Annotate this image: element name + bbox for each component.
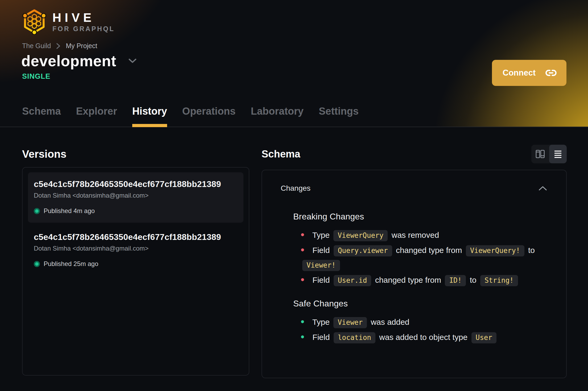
code-chip: String!	[480, 275, 518, 286]
columns-view-button[interactable]	[531, 145, 549, 163]
view-toggle	[531, 145, 567, 163]
code-chip: Viewer!	[302, 260, 340, 271]
main-content: Versions c5e4c1c5f78b26465350e4ecf677cf1…	[0, 127, 588, 378]
versions-panel: c5e4c1c5f78b26465350e4ecf677cf188bb21389…	[22, 167, 249, 376]
code-chip: location	[334, 332, 375, 343]
change-item: Field location was added to object type …	[301, 330, 545, 345]
chevron-right-icon	[56, 43, 60, 49]
tab-bar: SchemaExplorerHistoryOperationsLaborator…	[22, 105, 359, 127]
code-chip: User	[471, 332, 497, 343]
change-item: Type ViewerQuery was removed	[301, 227, 545, 243]
page-title: development	[21, 52, 116, 70]
breadcrumb-org[interactable]: The Guild	[22, 42, 51, 50]
columns-view-icon	[534, 148, 546, 160]
version-status: Published 25m ago	[34, 260, 238, 268]
tab-laboratory[interactable]: Laboratory	[251, 105, 303, 127]
tab-history[interactable]: History	[132, 105, 167, 127]
changes-panel: Changes Breaking Changes Type ViewerQuer…	[262, 170, 567, 378]
brand-text: HIVE FOR GRAPHQL	[52, 11, 115, 32]
version-hash: c5e4c1c5f78b26465350e4ecf677cf188bb21389	[34, 232, 238, 242]
code-chip: Viewer	[333, 317, 367, 328]
brand-subtitle: FOR GRAPHQL	[52, 25, 115, 32]
changes-title: Changes	[281, 184, 310, 193]
change-item: Type Viewer was added	[301, 314, 545, 330]
versions-column: Versions c5e4c1c5f78b26465350e4ecf677cf1…	[22, 145, 249, 378]
code-chip: ViewerQuery	[333, 230, 388, 241]
code-chip: User.id	[334, 275, 371, 286]
published-dot-icon	[34, 208, 40, 214]
list-view-button[interactable]	[549, 145, 567, 163]
published-dot-icon	[34, 261, 40, 267]
connect-button-label: Connect	[503, 68, 536, 78]
environment-selector[interactable]: development	[21, 52, 137, 70]
breadcrumb-project[interactable]: My Project	[66, 42, 97, 50]
breadcrumb: The Guild My Project	[22, 42, 97, 50]
change-item: Field User.id changed type from ID! to S…	[301, 272, 545, 288]
change-section-title: Breaking Changes	[293, 212, 548, 222]
code-chip: ViewerQuery!	[466, 245, 524, 256]
schema-header: Schema	[262, 145, 567, 163]
connect-button[interactable]: Connect	[492, 60, 566, 86]
link-icon	[545, 67, 557, 79]
code-chip: Query.viewer	[334, 245, 392, 256]
version-hash: c5e4c1c5f78b26465350e4ecf677cf188bb21389	[34, 179, 238, 189]
versions-header: Versions	[22, 145, 249, 163]
tab-settings[interactable]: Settings	[319, 105, 359, 127]
change-item: Field Query.viewer changed type from Vie…	[301, 243, 545, 272]
version-status: Published 4m ago	[34, 207, 238, 215]
schema-title: Schema	[262, 148, 300, 160]
version-item[interactable]: c5e4c1c5f78b26465350e4ecf677cf188bb21389…	[28, 225, 243, 276]
status-badge: SINGLE	[22, 72, 51, 81]
version-status-text: Published 4m ago	[44, 207, 95, 215]
version-author: Dotan Simha <dotansimha@gmail.com>	[34, 192, 238, 199]
change-list: Type ViewerQuery was removed Field Query…	[293, 227, 545, 288]
hive-honeycomb-icon	[22, 9, 47, 35]
list-view-icon	[552, 148, 564, 160]
chevron-up-icon[interactable]	[538, 185, 548, 191]
changes-body: Breaking Changes Type ViewerQuery was re…	[281, 212, 548, 345]
change-section-title: Safe Changes	[293, 299, 548, 309]
brand-title: HIVE	[52, 11, 115, 24]
change-section-breaking-changes: Breaking Changes Type ViewerQuery was re…	[293, 212, 548, 288]
page-header: HIVE FOR GRAPHQL The Guild My Project de…	[0, 0, 588, 127]
version-item[interactable]: c5e4c1c5f78b26465350e4ecf677cf188bb21389…	[28, 172, 243, 223]
version-author: Dotan Simha <dotansimha@gmail.com>	[34, 245, 238, 252]
versions-title: Versions	[22, 148, 67, 160]
tab-schema[interactable]: Schema	[22, 105, 61, 127]
chevron-down-icon[interactable]	[128, 58, 137, 64]
brand[interactable]: HIVE FOR GRAPHQL	[22, 9, 115, 35]
version-status-text: Published 25m ago	[44, 260, 98, 268]
change-section-safe-changes: Safe Changes Type Viewer was added Field…	[293, 299, 548, 345]
code-chip: ID!	[445, 275, 466, 286]
changes-accordion-header[interactable]: Changes	[281, 184, 548, 193]
tab-operations[interactable]: Operations	[182, 105, 236, 127]
schema-column: Schema	[262, 145, 567, 378]
change-list: Type Viewer was added Field location was…	[293, 314, 545, 345]
tab-explorer[interactable]: Explorer	[76, 105, 117, 127]
